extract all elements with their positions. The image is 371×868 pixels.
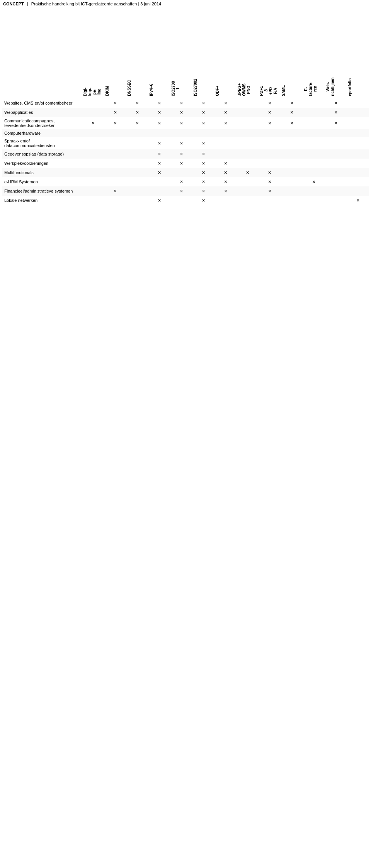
cell-jpeg-owms-png: [237, 117, 259, 129]
col-header-eportfolio: eportfolio: [347, 12, 369, 98]
table-row: Lokale netwerken×××: [2, 196, 369, 205]
mark-symbol: ×: [334, 120, 337, 126]
mark-symbol: ×: [312, 179, 315, 185]
cell-iso27002: ×: [192, 159, 214, 168]
mark-symbol: ×: [224, 120, 227, 126]
cell-saml: ×: [281, 98, 303, 108]
cell-iso27002: ×: [192, 117, 214, 129]
row-label: Computerhardware: [2, 129, 82, 137]
cell-e-factureren: [303, 168, 325, 177]
col-header-e-factureren: E- facture- ren: [303, 12, 325, 98]
cell-jpeg-owms-png: [237, 108, 259, 117]
mark-symbol: ×: [136, 100, 139, 106]
mark-symbol: ×: [224, 160, 227, 166]
cell-eportfolio: [347, 117, 369, 129]
mark-symbol: ×: [202, 179, 205, 185]
mark-symbol: ×: [290, 120, 293, 126]
cell-odf-plus: ×: [214, 186, 237, 196]
cell-pdf1-8: ×: [259, 168, 281, 177]
cell-web-richtlijnen: [325, 149, 347, 159]
cell-eportfolio: [347, 186, 369, 196]
col-label-e-factureren: E- facture- ren: [304, 82, 324, 96]
table-row: Websites, CMS en/of contentbeheer×××××××…: [2, 98, 369, 108]
cell-digi-koppeling: [82, 159, 104, 168]
cell-pdf1-8: [259, 159, 281, 168]
table-row: Werkplekvoorzieningen××××: [2, 159, 369, 168]
cell-jpeg-owms-png: [237, 177, 259, 186]
mark-symbol: ×: [180, 120, 183, 126]
cell-saml: ×: [281, 117, 303, 129]
cell-ipv4-6: ×: [148, 196, 170, 205]
col-label-ipv4-6: IPv4+6: [149, 84, 170, 96]
mark-symbol: ×: [224, 188, 227, 194]
cell-digi-koppeling: ×: [82, 117, 104, 129]
cell-web-richtlijnen: [325, 168, 347, 177]
cell-jpeg-owms-png: [237, 159, 259, 168]
cell-saml: [281, 168, 303, 177]
cell-ipv4-6: ×: [148, 98, 170, 108]
cell-dnssec: [126, 196, 148, 205]
header-concept: CONCEPT: [3, 2, 24, 6]
cell-web-richtlijnen: [325, 177, 347, 186]
cell-odf-plus: ×: [214, 168, 237, 177]
row-label: Multifunctionals: [2, 168, 82, 177]
row-label: e-HRM Systemen: [2, 177, 82, 186]
cell-web-richtlijnen: ×: [325, 117, 347, 129]
header: CONCEPT | Praktische handreiking bij ICT…: [0, 0, 371, 8]
col-label-web-richtlijnen: Web- richtlijnen: [326, 78, 346, 96]
cell-ipv4-6: ×: [148, 117, 170, 129]
cell-e-factureren: [303, 117, 325, 129]
main-table: Digi- kop- pe- lingDKIMDNSSECIPv4+6ISO27…: [2, 12, 369, 205]
cell-eportfolio: [347, 129, 369, 137]
mark-symbol: ×: [202, 140, 205, 146]
cell-odf-plus: ×: [214, 98, 237, 108]
cell-e-factureren: [303, 149, 325, 159]
mark-symbol: ×: [290, 109, 293, 115]
mark-symbol: ×: [246, 169, 249, 176]
mark-symbol: ×: [136, 109, 139, 115]
row-label: Financieel/administratieve systemen: [2, 186, 82, 196]
cell-eportfolio: [347, 137, 369, 149]
cell-e-factureren: [303, 159, 325, 168]
mark-symbol: ×: [202, 188, 205, 194]
row-header-empty: [2, 12, 82, 98]
cell-web-richtlijnen: [325, 159, 347, 168]
mark-symbol: ×: [114, 188, 117, 194]
mark-symbol: ×: [268, 109, 271, 115]
cell-iso27001: ×: [170, 108, 192, 117]
mark-symbol: ×: [202, 109, 205, 115]
cell-saml: [281, 196, 303, 205]
row-label: Websites, CMS en/of contentbeheer: [2, 98, 82, 108]
table-row: Gegevensopslag (data storage)×××: [2, 149, 369, 159]
cell-dnssec: ×: [126, 98, 148, 108]
cell-eportfolio: [347, 98, 369, 108]
table-row: Computerhardware: [2, 129, 369, 137]
cell-iso27002: ×: [192, 168, 214, 177]
cell-pdf1-8: ×: [259, 117, 281, 129]
mark-symbol: ×: [136, 120, 139, 126]
col-label-odf-plus: ODF+: [215, 86, 236, 96]
col-header-web-richtlijnen: Web- richtlijnen: [325, 12, 347, 98]
cell-dkim: ×: [104, 117, 126, 129]
cell-dnssec: [126, 168, 148, 177]
cell-ipv4-6: ×: [148, 108, 170, 117]
cell-pdf1-8: [259, 149, 281, 159]
cell-odf-plus: ×: [214, 108, 237, 117]
cell-iso27002: ×: [192, 137, 214, 149]
col-header-jpeg-owms-png: JPEG+ OWMS PNG: [237, 12, 259, 98]
cell-digi-koppeling: [82, 177, 104, 186]
cell-dnssec: [126, 149, 148, 159]
cell-saml: [281, 177, 303, 186]
cell-dkim: ×: [104, 108, 126, 117]
cell-dnssec: [126, 186, 148, 196]
cell-odf-plus: [214, 149, 237, 159]
cell-ipv4-6: ×: [148, 149, 170, 159]
cell-digi-koppeling: [82, 168, 104, 177]
cell-iso27001: [170, 129, 192, 137]
col-label-saml: SAML: [281, 85, 302, 96]
cell-web-richtlijnen: [325, 137, 347, 149]
table-row: Spraak- en/of datacommunicatiediensten××…: [2, 137, 369, 149]
col-label-iso27002: ISO27002: [193, 79, 214, 96]
mark-symbol: ×: [224, 169, 227, 176]
mark-symbol: ×: [202, 160, 205, 166]
